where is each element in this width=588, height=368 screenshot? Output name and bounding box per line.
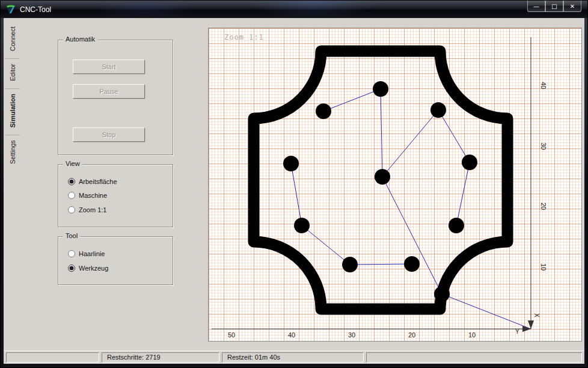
drill-hole: [430, 102, 446, 118]
workpiece-drawing: 504030201040302010XY: [209, 28, 581, 341]
tab-connect-label: Connect: [9, 26, 16, 51]
radio-werkzeug-input[interactable]: [68, 265, 75, 272]
window-controls: — □ ✕: [527, 1, 581, 12]
drill-hole: [375, 169, 390, 185]
tool-path-segment: [442, 294, 531, 329]
statusbar-panel-empty: [6, 352, 99, 363]
tool-path-segment: [381, 89, 382, 177]
tool-group: Tool Haarlinie Werkzeug: [58, 236, 173, 285]
drill-hole: [373, 81, 388, 97]
tool-path-segment: [382, 177, 442, 294]
tool-path-segment: [456, 162, 470, 225]
tab-connect[interactable]: Connect: [5, 22, 20, 59]
y-axis-arrow-icon: [522, 326, 531, 332]
radio-werkzeug[interactable]: Werkzeug: [68, 265, 108, 272]
drill-hole: [316, 103, 331, 119]
statusbar: Restschritte: 2719 Restzeit: 01m 40s: [4, 351, 584, 364]
x-axis-letter: X: [533, 313, 540, 317]
radio-arbeitsflaeche-label: Arbeitsfläche: [79, 178, 117, 185]
cnc-canvas[interactable]: 504030201040302010XY Zoom 1:1: [208, 28, 582, 342]
stop-button[interactable]: Stop: [73, 127, 145, 142]
x-axis-tick-label: 40: [288, 331, 295, 339]
y-axis-tick-label: 40: [540, 82, 547, 89]
statusbar-restzeit: Restzeit: 01m 40s: [222, 352, 364, 363]
tool-path-segment: [382, 110, 438, 177]
radio-zoom11-input[interactable]: [68, 206, 75, 213]
drill-hole: [434, 286, 450, 302]
tab-simulation-label: Simulation: [9, 94, 16, 127]
y-axis-tick-label: 10: [540, 263, 547, 271]
y-axis-tick-label: 30: [540, 143, 547, 150]
radio-arbeitsflaeche[interactable]: Arbeitsfläche: [68, 178, 117, 185]
tab-settings[interactable]: Settings: [5, 135, 20, 171]
drill-hole: [462, 155, 477, 170]
drill-hole: [404, 256, 420, 272]
automatik-group-label: Automatik: [63, 35, 97, 43]
radio-maschine[interactable]: Maschine: [68, 192, 107, 199]
x-axis-arrow-icon: [528, 320, 534, 329]
app-window: CNC-Tool — □ ✕ Connect Editor Simulation…: [0, 0, 588, 368]
automatik-group: Automatik Start Pause Stop: [58, 40, 173, 155]
maximize-button[interactable]: □: [545, 1, 563, 12]
radio-maschine-input[interactable]: [68, 192, 75, 199]
tab-editor[interactable]: Editor: [5, 59, 20, 89]
tool-path-segment: [323, 89, 381, 111]
drill-hole: [294, 218, 310, 233]
x-axis-tick-label: 20: [408, 331, 415, 339]
radio-haarlinie[interactable]: Haarlinie: [68, 250, 105, 257]
radio-maschine-label: Maschine: [79, 192, 107, 199]
start-button[interactable]: Start: [73, 60, 145, 74]
tab-editor-label: Editor: [9, 64, 16, 81]
statusbar-restschritte: Restschritte: 2719: [102, 352, 219, 363]
app-body: Connect Editor Simulation Settings Autom…: [4, 18, 584, 364]
x-axis-tick-label: 50: [228, 331, 235, 339]
y-axis-letter: Y: [515, 328, 519, 335]
y-axis-tick-label: 20: [540, 203, 547, 210]
close-button[interactable]: ✕: [563, 1, 581, 12]
zoom-indicator: Zoom 1:1: [224, 33, 264, 41]
radio-werkzeug-label: Werkzeug: [79, 265, 108, 272]
drill-hole: [342, 257, 358, 272]
app-icon: [5, 4, 16, 15]
tab-settings-label: Settings: [9, 140, 16, 164]
tool-path-segment: [438, 110, 470, 162]
view-group: View Arbeitsfläche Maschine Zoom 1:1: [58, 164, 173, 227]
tool-path-segment: [291, 164, 302, 225]
radio-arbeitsflaeche-input[interactable]: [68, 178, 75, 185]
statusbar-panel-right: [366, 352, 582, 363]
radio-haarlinie-input[interactable]: [68, 250, 75, 257]
radio-haarlinie-label: Haarlinie: [79, 250, 105, 257]
pause-button[interactable]: Pause: [73, 84, 145, 99]
radio-zoom11-label: Zoom 1:1: [79, 206, 106, 213]
drill-hole: [449, 218, 464, 233]
minimize-button[interactable]: —: [527, 1, 545, 12]
x-axis-tick-label: 10: [468, 331, 476, 339]
tool-group-label: Tool: [63, 232, 80, 239]
window-title: CNC-Tool: [20, 5, 51, 14]
view-group-label: View: [63, 160, 82, 167]
drill-hole: [283, 156, 299, 171]
side-tabstrip: Connect Editor Simulation Settings: [5, 22, 20, 171]
titlebar[interactable]: CNC-Tool — □ ✕: [1, 1, 587, 18]
radio-zoom11[interactable]: Zoom 1:1: [68, 206, 106, 213]
tool-path-segment: [350, 264, 412, 265]
tool-path-segment: [302, 225, 350, 265]
tab-simulation[interactable]: Simulation: [5, 89, 20, 135]
x-axis-tick-label: 30: [348, 331, 355, 339]
